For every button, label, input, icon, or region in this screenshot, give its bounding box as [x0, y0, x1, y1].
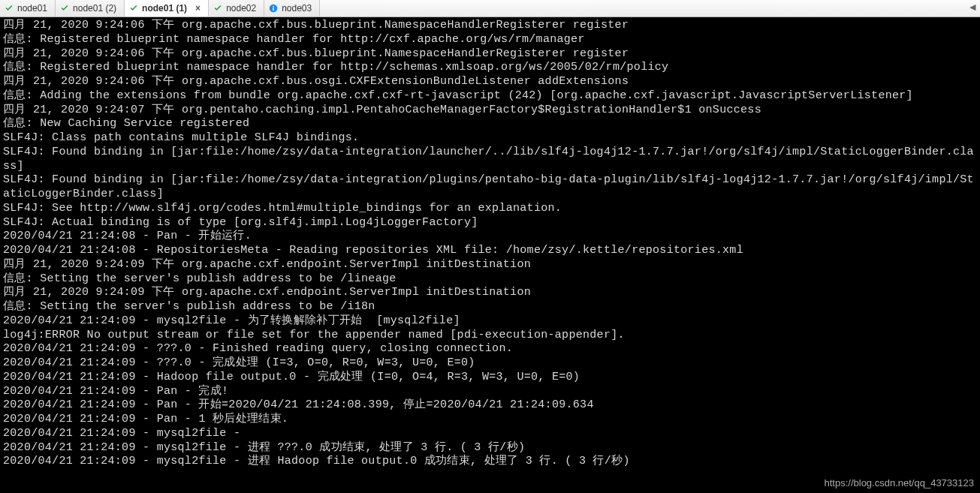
- terminal-line: log4j:ERROR No output stream or file set…: [3, 329, 977, 343]
- terminal-line: 2020/04/21 21:24:09 - mysql2file -: [3, 427, 977, 441]
- tab-label: node01 (1): [142, 3, 187, 14]
- terminal-line: SLF4J: See http://www.slf4j.org/codes.ht…: [3, 202, 977, 216]
- tab-label: node01 (2): [73, 3, 116, 14]
- tab-node03[interactable]: node03: [264, 0, 320, 17]
- terminal-line: 四月 21, 2020 9:24:06 下午 org.apache.cxf.bu…: [3, 75, 977, 89]
- terminal-line: 四月 21, 2020 9:24:06 下午 org.apache.cxf.bu…: [3, 47, 977, 62]
- check-icon: [213, 4, 222, 13]
- svg-rect-2: [273, 6, 274, 8]
- terminal-line: 2020/04/21 21:24:09 - ???.0 - 完成处理 (I=3,…: [3, 356, 977, 371]
- terminal-line: SLF4J: Actual binding is of type [org.sl…: [3, 216, 977, 230]
- terminal-line: 信息: Registered blueprint namespace handl…: [3, 33, 977, 47]
- tab-node02[interactable]: node02: [209, 0, 264, 17]
- tab-node01-2[interactable]: node01 (2): [56, 0, 125, 17]
- terminal-output[interactable]: 四月 21, 2020 9:24:06 下午 org.apache.cxf.bu…: [0, 17, 980, 493]
- svg-rect-1: [273, 8, 274, 11]
- terminal-line: 2020/04/21 21:24:08 - RepositoriesMeta -…: [3, 244, 977, 258]
- check-icon: [129, 4, 138, 13]
- check-icon: [60, 4, 69, 13]
- terminal-line: 四月 21, 2020 9:24:09 下午 org.apache.cxf.en…: [3, 258, 977, 272]
- tab-label: node02: [226, 3, 256, 14]
- terminal-line: 信息: Setting the server's publish address…: [3, 272, 977, 287]
- tab-node01-1[interactable]: node01 (1) ×: [125, 0, 209, 17]
- terminal-line: SLF4J: Found binding in [jar:file:/home/…: [3, 173, 977, 202]
- chevron-left-icon[interactable]: ◀: [969, 2, 975, 12]
- terminal-line: 2020/04/21 21:24:09 - mysql2file - 进程 Ha…: [3, 455, 977, 469]
- close-icon[interactable]: ×: [195, 3, 201, 14]
- terminal-line: 信息: Registered blueprint namespace handl…: [3, 61, 977, 75]
- terminal-line: 四月 21, 2020 9:24:09 下午 org.apache.cxf.en…: [3, 286, 977, 300]
- tab-bar: node01 node01 (2) node01 (1) × node02 no…: [0, 0, 980, 17]
- terminal-line: 四月 21, 2020 9:24:06 下午 org.apache.cxf.bu…: [3, 19, 977, 33]
- terminal-line: 2020/04/21 21:24:09 - Hadoop file output…: [3, 371, 977, 385]
- terminal-line: 2020/04/21 21:24:09 - ???.0 - Finished r…: [3, 342, 977, 356]
- terminal-line: 2020/04/21 21:24:08 - Pan - 开始运行.: [3, 230, 977, 244]
- terminal-line: 信息: New Caching Service registered: [3, 117, 977, 131]
- tab-node01[interactable]: node01: [0, 0, 56, 17]
- terminal-line: 2020/04/21 21:24:09 - mysql2file - 为了转换解…: [3, 314, 977, 329]
- terminal-line: 四月 21, 2020 9:24:07 下午 org.pentaho.cachi…: [3, 104, 977, 118]
- info-icon: [269, 4, 278, 13]
- terminal-line: SLF4J: Class path contains multiple SLF4…: [3, 131, 977, 146]
- terminal-line: 2020/04/21 21:24:09 - Pan - 1 秒后处理结束.: [3, 413, 977, 427]
- terminal-line: 2020/04/21 21:24:09 - Pan - 完成!: [3, 385, 977, 399]
- tab-label: node03: [282, 3, 312, 14]
- check-icon: [5, 4, 14, 13]
- tab-label: node01: [17, 3, 47, 14]
- terminal-line: 信息: Adding the extensions from bundle or…: [3, 89, 977, 104]
- terminal-line: 信息: Setting the server's publish address…: [3, 300, 977, 314]
- terminal-line: SLF4J: Found binding in [jar:file:/home/…: [3, 146, 977, 174]
- terminal-line: 2020/04/21 21:24:09 - mysql2file - 进程 ??…: [3, 441, 977, 455]
- terminal-line: 2020/04/21 21:24:09 - Pan - 开始=2020/04/2…: [3, 398, 977, 413]
